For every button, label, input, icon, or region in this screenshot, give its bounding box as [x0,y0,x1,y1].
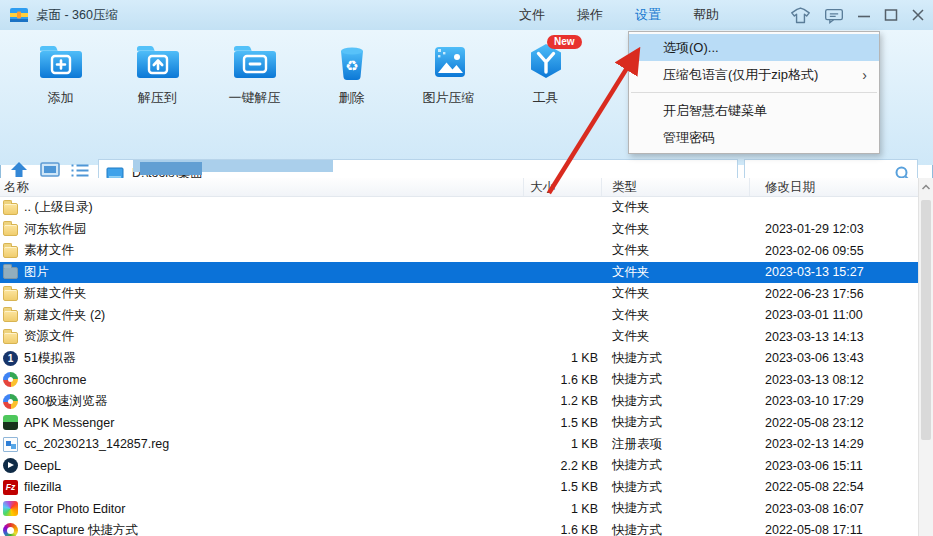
view-mode-icon[interactable] [39,161,61,179]
column-header-size[interactable]: 大小 [524,178,602,196]
table-row[interactable]: 素材文件文件夹2023-02-06 09:55 [0,240,918,262]
toolbar-button-label: 解压到 [138,89,177,107]
feedback-icon[interactable] [824,6,844,25]
file-size: 1.6 KB [524,523,602,536]
settings-menu-item-options[interactable]: 选项(O)... [629,34,879,61]
scrollbar-thumb[interactable] [921,200,931,440]
toolbar-button-one-click-extract[interactable]: 一键解压 [206,38,303,124]
table-row[interactable]: 360chrome1.6 KB快捷方式2023-03-13 08:12 [0,369,918,391]
file-name: Fotor Photo Editor [24,502,125,516]
toolbar-button-tools[interactable]: 工具New [497,38,594,124]
file-size: 1.5 KB [524,416,602,430]
titlebar: 桌面 - 360压缩 文件操作设置帮助 [0,0,933,30]
file-size: 1 KB [524,437,602,451]
list-view-icon[interactable] [70,162,90,179]
file-name: APK Messenger [24,416,114,430]
toolbar-button-image-compress[interactable]: 图片压缩 [400,38,497,124]
table-row[interactable]: cc_20230213_142857.reg1 KB注册表项2023-02-13… [0,434,918,456]
fotor-icon [3,501,18,516]
toolbar-button-extract-to[interactable]: 解压到 [109,38,206,124]
table-row[interactable]: 新建文件夹 (2)文件夹2023-03-01 11:00 [0,305,918,327]
file-type: 快捷方式 [602,522,750,536]
file-date: 2022-06-23 17:56 [750,287,918,301]
column-header-name[interactable]: 名称 [0,178,524,196]
toolbar-button-label: 工具 [533,89,559,107]
file-name: 新建文件夹 (2) [24,307,105,324]
file-type: 文件夹 [602,285,750,302]
table-row[interactable]: FSCapture 快捷方式1.6 KB快捷方式2022-05-08 17:11 [0,520,918,536]
column-header-date[interactable]: 修改日期 [750,178,918,196]
fscapture-icon [3,523,18,536]
file-name: filezilla [24,480,62,494]
menu-item-label: 开启智慧右键菜单 [663,102,767,120]
toolbar-button-add-archive[interactable]: 添加 [12,38,109,124]
file-date: 2023-03-13 15:27 [750,265,918,279]
table-row[interactable]: Fotor Photo Editor1 KB快捷方式2023-03-08 16:… [0,498,918,520]
file-name: 新建文件夹 [24,285,87,302]
file-date: 2022-05-08 17:11 [750,523,918,536]
menu-help[interactable]: 帮助 [677,6,735,24]
table-row[interactable]: 新建文件夹文件夹2022-06-23 17:56 [0,283,918,305]
toolbar-button-label: 一键解压 [229,89,281,107]
file-size: 1 KB [524,351,602,365]
toolbar-button-label: 删除 [339,89,365,107]
menu-settings[interactable]: 设置 [619,6,677,24]
file-date: 2023-02-13 14:29 [750,437,918,451]
up-directory-icon[interactable] [8,160,30,180]
add-archive-icon [36,38,86,88]
file-name: 51模拟器 [24,350,75,367]
settings-menu-item-manage-passwords[interactable]: 管理密码 [629,124,879,151]
file-name: 360chrome [24,373,87,387]
table-row[interactable]: 河东软件园文件夹2023-01-29 12:03 [0,219,918,241]
file-type: 快捷方式 [602,393,750,410]
file-name: DeepL [24,459,61,473]
file-size: 1.6 KB [524,373,602,387]
toolbar-button-delete[interactable]: ♻删除 [303,38,400,124]
settings-menu-item-archive-language[interactable]: 压缩包语言(仅用于zip格式)› [629,61,879,88]
settings-menu-item-smart-context-menu[interactable]: 开启智慧右键菜单 [629,97,879,124]
table-row[interactable]: APK Messenger1.5 KB快捷方式2022-05-08 23:12 [0,412,918,434]
close-button[interactable] [911,8,925,22]
table-row[interactable]: 360极速浏览器1.2 KB快捷方式2023-03-10 17:29 [0,391,918,413]
folder-icon [3,224,18,236]
file-date: 2023-01-29 12:03 [750,222,918,236]
new-badge: New [547,35,582,49]
scroll-up-icon[interactable] [919,178,933,196]
file-type: 文件夹 [602,199,750,216]
file-name: 资源文件 [24,328,74,345]
file-type: 快捷方式 [602,457,750,474]
file-name: FSCapture 快捷方式 [24,522,138,536]
table-row[interactable]: 图片文件夹2023-03-13 15:27 [0,262,918,284]
table-row[interactable]: filezilla1.5 KB快捷方式2022-05-08 22:54 [0,477,918,499]
file-type: 快捷方式 [602,414,750,431]
scrollbar[interactable] [918,178,933,536]
menu-file[interactable]: 文件 [503,6,561,24]
file-type: 文件夹 [602,221,750,238]
table-row[interactable]: 资源文件文件夹2023-03-13 14:13 [0,326,918,348]
maximize-button[interactable] [884,8,898,22]
file-size: 2.2 KB [524,459,602,473]
minimize-button[interactable] [857,8,871,22]
table-row[interactable]: .. (上级目录)文件夹 [0,197,918,219]
file-size: 1.5 KB [524,480,602,494]
column-header-type[interactable]: 类型 [602,178,750,196]
file-date: 2023-02-06 09:55 [750,244,918,258]
file-name: .. (上级目录) [24,199,93,216]
emulator-51-icon [3,351,18,366]
app-window: 桌面 - 360压缩 文件操作设置帮助 添加解压到一键解压♻删除图片压缩工具Ne… [0,0,933,536]
table-row[interactable]: 51模拟器1 KB快捷方式2023-03-06 13:43 [0,348,918,370]
deepl-icon [3,458,18,473]
extract-to-icon [133,38,183,88]
file-date: 2022-05-08 23:12 [750,416,918,430]
apk-icon [3,415,18,430]
file-size: 1.2 KB [524,394,602,408]
file-name: 素材文件 [24,242,74,259]
file-date: 2023-03-08 16:07 [750,502,918,516]
file-date: 2022-05-08 22:54 [750,480,918,494]
skin-icon[interactable] [790,6,811,25]
table-row[interactable]: DeepL2.2 KB快捷方式2023-03-06 15:11 [0,455,918,477]
file-date: 2023-03-06 13:43 [750,351,918,365]
folder-icon [3,289,18,301]
menu-operation[interactable]: 操作 [561,6,619,24]
folder-icon [3,267,18,279]
